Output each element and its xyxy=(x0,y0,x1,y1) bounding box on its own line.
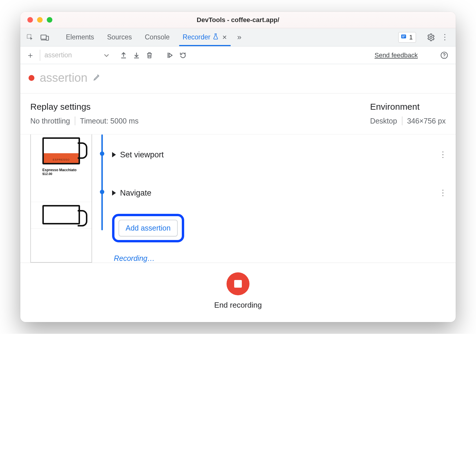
issues-count: 1 xyxy=(409,34,413,41)
issues-badge[interactable]: 1 xyxy=(398,32,416,43)
devtools-window: DevTools - coffee-cart.app/ Elements Sou… xyxy=(20,12,456,322)
device-value[interactable]: Desktop xyxy=(370,117,397,125)
svg-rect-7 xyxy=(402,36,404,37)
more-menu-icon[interactable]: ⋮ xyxy=(439,31,451,44)
panel-tabs: Elements Sources Console Recorder ✕ » xyxy=(59,28,245,46)
settings-icon[interactable] xyxy=(425,31,437,43)
step-menu-icon[interactable]: ⋯ xyxy=(438,150,448,159)
timeout-value[interactable]: Timeout: 5000 ms xyxy=(80,117,139,125)
stop-icon xyxy=(234,280,242,288)
highlight-box: Add assertion xyxy=(112,214,184,242)
environment-heading: Environment xyxy=(370,102,446,112)
svg-rect-5 xyxy=(401,34,406,38)
svg-rect-3 xyxy=(46,36,49,40)
divider xyxy=(402,116,402,125)
tab-sources[interactable]: Sources xyxy=(101,28,138,46)
cup-label: ESPRESSO xyxy=(44,158,79,161)
recorder-toolbar: ＋ assertion Send feedback xyxy=(20,46,456,64)
export-icon[interactable] xyxy=(118,50,129,61)
screenshot-column: ESPRESSO Espresso Macchiato $12.00 xyxy=(30,134,92,263)
step-navigate[interactable]: Navigate ⋯ xyxy=(112,183,447,203)
svg-point-11 xyxy=(184,53,186,54)
settings-row: Replay settings No throttling Timeout: 5… xyxy=(20,94,456,134)
titlebar: DevTools - coffee-cart.app/ xyxy=(20,12,456,28)
tab-recorder[interactable]: Recorder ✕ xyxy=(176,28,234,46)
svg-rect-6 xyxy=(402,36,405,36)
tab-label: Elements xyxy=(66,33,94,41)
recording-status: Recording… xyxy=(114,254,447,263)
device-toolbar-icon[interactable] xyxy=(38,32,51,43)
replay-settings: Replay settings No throttling Timeout: 5… xyxy=(30,102,139,125)
replay-settings-heading: Replay settings xyxy=(30,102,139,112)
cup-icon: ESPRESSO xyxy=(42,137,80,164)
timeline-node xyxy=(100,190,104,194)
tab-label: Recorder xyxy=(183,33,211,41)
flask-icon xyxy=(213,33,219,41)
recording-selector[interactable]: assertion xyxy=(44,51,109,59)
recording-title: assertion xyxy=(40,71,87,84)
step-set-viewport[interactable]: Set viewport ⋯ xyxy=(112,144,447,165)
cup-icon xyxy=(42,205,80,224)
dimensions-value[interactable]: 346×756 px xyxy=(407,117,446,125)
timeline-track xyxy=(92,134,112,263)
play-icon[interactable] xyxy=(164,50,176,61)
tab-console[interactable]: Console xyxy=(138,28,176,46)
add-assertion-button[interactable]: Add assertion xyxy=(119,220,178,236)
divider xyxy=(75,116,75,125)
timeline: ESPRESSO Espresso Macchiato $12.00 Set v… xyxy=(20,134,456,263)
inspect-element-icon[interactable] xyxy=(24,32,36,43)
tab-label: Sources xyxy=(107,33,132,41)
recording-indicator-icon xyxy=(29,75,34,81)
step-label: Navigate xyxy=(120,189,152,198)
import-icon[interactable] xyxy=(131,50,142,61)
timeline-node xyxy=(100,151,104,156)
product-name: Espresso Macchiato xyxy=(42,168,80,172)
close-tab-icon[interactable]: ✕ xyxy=(221,34,227,41)
end-recording-button[interactable] xyxy=(227,272,249,295)
chevron-down-icon xyxy=(104,51,109,59)
svg-point-8 xyxy=(430,36,432,38)
step-label: Set viewport xyxy=(120,150,164,159)
throttling-value[interactable]: No throttling xyxy=(30,117,70,125)
product-price: $12.00 xyxy=(42,172,80,176)
screenshot-thumbnail[interactable] xyxy=(31,202,91,229)
minimize-window-button[interactable] xyxy=(37,17,43,23)
end-recording-label: End recording xyxy=(214,301,262,310)
steps-column: Set viewport ⋯ Navigate ⋯ Add assertion … xyxy=(112,134,447,263)
recording-header: assertion xyxy=(20,64,456,94)
more-tabs-button[interactable]: » xyxy=(234,28,245,46)
screenshot-thumbnail[interactable]: ESPRESSO Espresso Macchiato $12.00 xyxy=(31,134,91,202)
window-title: DevTools - coffee-cart.app/ xyxy=(20,16,456,24)
step-menu-icon[interactable]: ⋯ xyxy=(438,189,448,197)
svg-point-13 xyxy=(444,56,444,57)
tab-label: Console xyxy=(145,33,169,41)
devtools-tabstrip: Elements Sources Console Recorder ✕ » 1 xyxy=(20,28,456,46)
help-icon[interactable] xyxy=(438,50,450,61)
svg-rect-1 xyxy=(41,35,46,39)
expand-triangle-icon xyxy=(112,190,116,196)
chevron-double-right-icon: » xyxy=(237,33,241,42)
recording-selector-value: assertion xyxy=(44,51,72,59)
environment-settings: Environment Desktop 346×756 px xyxy=(370,102,446,125)
send-feedback-link[interactable]: Send feedback xyxy=(375,51,418,59)
replay-icon[interactable] xyxy=(177,50,189,61)
close-window-button[interactable] xyxy=(27,17,33,23)
traffic-lights xyxy=(20,17,52,23)
new-recording-button[interactable]: ＋ xyxy=(24,50,37,61)
issues-icon xyxy=(400,33,407,41)
delete-icon[interactable] xyxy=(144,50,155,61)
edit-title-icon[interactable] xyxy=(93,73,101,83)
zoom-window-button[interactable] xyxy=(47,17,52,23)
expand-triangle-icon xyxy=(112,152,116,157)
bottom-bar: End recording xyxy=(20,263,456,322)
tab-elements[interactable]: Elements xyxy=(59,28,101,46)
